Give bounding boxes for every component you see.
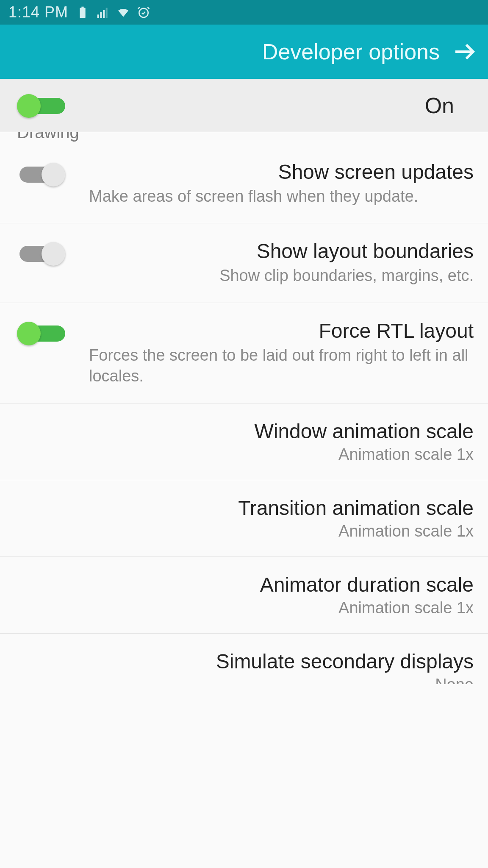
toggle-show-layout-boundaries[interactable] (17, 242, 68, 265)
alarm-icon (137, 6, 150, 19)
master-toggle-label: On (68, 93, 471, 118)
item-title: Show screen updates (89, 160, 474, 184)
status-time: 1:14 PM (8, 3, 68, 21)
item-force-rtl-layout[interactable]: Force RTL layout Forces the screen to be… (0, 303, 488, 403)
item-title: Transition animation scale (89, 496, 474, 520)
master-toggle[interactable] (17, 94, 68, 117)
status-bar: 1:14 PM (0, 0, 488, 25)
item-value: Animation scale 1x (89, 599, 474, 617)
item-show-layout-boundaries[interactable]: Show layout boundaries Show clip boundar… (0, 223, 488, 303)
item-title: Force RTL layout (89, 319, 474, 342)
item-value: Animation scale 1x (89, 522, 474, 540)
item-animator-duration-scale[interactable]: Animator duration scale Animation scale … (0, 557, 488, 634)
item-title: Show layout boundaries (89, 239, 474, 263)
wifi-icon (116, 6, 130, 19)
app-bar: Developer options (0, 25, 488, 79)
svg-rect-4 (103, 10, 105, 18)
svg-rect-1 (81, 7, 83, 8)
item-subtitle: Forces the screen to be laid out from ri… (89, 345, 474, 387)
signal-icon (96, 6, 110, 19)
item-value: None (89, 676, 474, 684)
item-title: Simulate secondary displays (89, 650, 474, 673)
master-toggle-row[interactable]: On (0, 79, 488, 132)
forward-arrow-icon[interactable] (452, 40, 476, 64)
svg-rect-5 (106, 8, 108, 18)
svg-rect-3 (100, 12, 102, 18)
item-subtitle: Make areas of screen flash when they upd… (89, 186, 474, 207)
item-simulate-secondary-displays[interactable]: Simulate secondary displays None (0, 634, 488, 684)
page-title: Developer options (262, 39, 440, 64)
item-transition-animation-scale[interactable]: Transition animation scale Animation sca… (0, 480, 488, 557)
item-value: Animation scale 1x (89, 445, 474, 464)
item-title: Animator duration scale (89, 573, 474, 596)
section-header-drawing: Drawing (0, 132, 488, 144)
svg-rect-2 (97, 14, 99, 18)
toggle-show-screen-updates[interactable] (17, 163, 68, 186)
battery-icon (76, 6, 89, 19)
item-window-animation-scale[interactable]: Window animation scale Animation scale 1… (0, 403, 488, 480)
status-icons (76, 6, 150, 19)
item-subtitle: Show clip boundaries, margins, etc. (89, 265, 474, 286)
toggle-force-rtl-layout[interactable] (17, 322, 68, 345)
item-title: Window animation scale (89, 420, 474, 443)
settings-list: Show screen updates Make areas of screen… (0, 144, 488, 684)
svg-rect-0 (80, 8, 85, 18)
item-show-screen-updates[interactable]: Show screen updates Make areas of screen… (0, 144, 488, 223)
